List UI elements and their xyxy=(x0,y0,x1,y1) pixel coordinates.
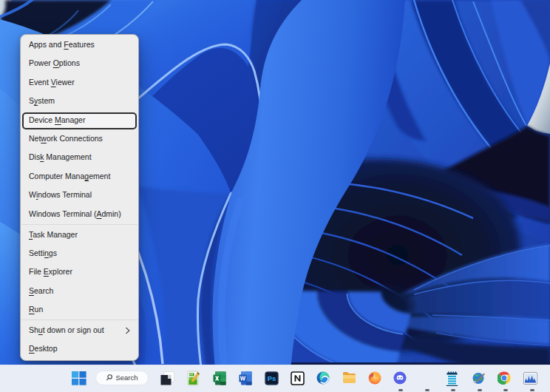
svg-text:Ps: Ps xyxy=(267,374,276,382)
